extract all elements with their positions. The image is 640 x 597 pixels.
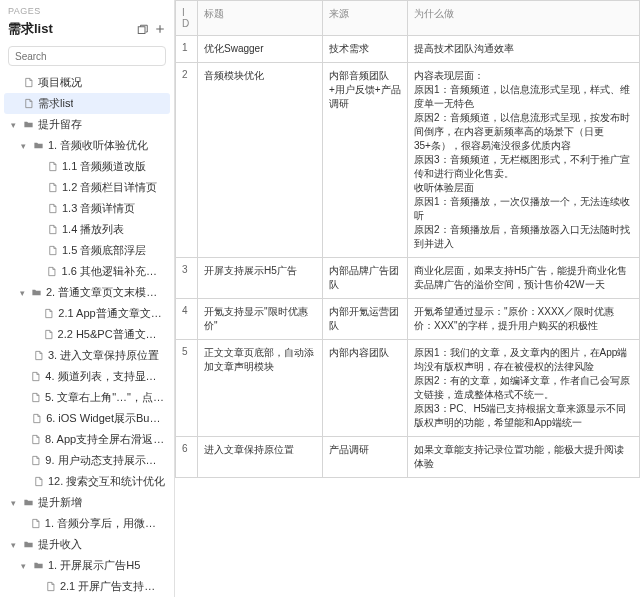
cell-id: 4 (176, 299, 198, 340)
requirements-table: ID标题来源为什么做 1优化Swagger技术需求提高技术团队沟通效率2音频模块… (175, 0, 640, 478)
tree-item-label: 2.2 H5&PC普通文章文末模块修改 (58, 327, 166, 342)
cell-why: 提高技术团队沟通效率 (408, 36, 640, 63)
tree-folder[interactable]: ▾1. 开屏展示广告H5 (4, 555, 170, 576)
cell-title: 音频模块优化 (198, 63, 323, 258)
table-row[interactable]: 5正文文章页底部，自动添加文章声明模块内部内容团队原因1：我们的文章，及文章内的… (176, 340, 640, 437)
chevron-down-icon[interactable]: ▾ (18, 561, 28, 571)
chevron-down-icon[interactable]: ▾ (18, 288, 27, 298)
cell-source: 内部开氪运营团队 (323, 299, 408, 340)
tree-folder[interactable]: ▾2. 普通文章页文末模块修改 (4, 282, 170, 303)
tree-item-label: 2.1 开屏广告支持嵌入h5 (60, 579, 166, 594)
tree-page[interactable]: 1.6 其他逻辑补充说明 (4, 261, 170, 282)
tree-item-label: 2. 普通文章页文末模块修改 (46, 285, 166, 300)
tree-page[interactable]: 3. 进入文章保持原位置 (4, 345, 170, 366)
table-row[interactable]: 3开屏支持展示H5广告内部品牌广告团队商业化层面，如果支持H5广告，能提升商业化… (176, 258, 640, 299)
document-icon (32, 476, 44, 488)
cell-why: 如果文章能支持记录位置功能，能极大提升阅读体验 (408, 437, 640, 478)
search-input-wrap[interactable] (8, 46, 166, 66)
document-icon (22, 77, 34, 89)
tree-page[interactable]: 8. App支持全屏右滑返回上一层 (4, 429, 170, 450)
cell-id: 6 (176, 437, 198, 478)
table-header: 来源 (323, 1, 408, 36)
tree-folder[interactable]: ▾提升新增 (4, 492, 170, 513)
tree-page[interactable]: 1. 音频分享后，用微信音频播放 (4, 513, 170, 534)
document-icon (30, 371, 41, 383)
share-icon[interactable] (136, 23, 148, 35)
search-input[interactable] (15, 51, 159, 62)
folder-icon (31, 287, 42, 299)
tree-item-label: 项目概况 (38, 75, 82, 90)
cell-id: 1 (176, 36, 198, 63)
chevron-down-icon[interactable]: ▾ (8, 498, 18, 508)
chevron-down-icon[interactable]: ▾ (18, 141, 28, 151)
cell-why: 内容表现层面： 原因1：音频频道，以信息流形式呈现，样式、维度单一无特色 原因2… (408, 63, 640, 258)
tree-item-label: 提升新增 (38, 495, 82, 510)
tree-item-label: 3. 进入文章保持原位置 (48, 348, 159, 363)
cell-id: 3 (176, 258, 198, 299)
document-icon (46, 224, 58, 236)
cell-why: 开氪希望通过显示："原价：XXXX／限时优惠价：XXX"的字样，提升用户购买的积… (408, 299, 640, 340)
document-icon (30, 455, 41, 467)
tree-page[interactable]: 6. iOS Widget展示Bug修复 (4, 408, 170, 429)
cell-source: 内部品牌广告团队 (323, 258, 408, 299)
add-icon[interactable] (154, 23, 166, 35)
folder-icon (32, 140, 44, 152)
tree-page[interactable]: 4. 频道列表，支持显示收藏数 (4, 366, 170, 387)
tree-page[interactable]: 9. 用户动态支持展示发布评论 (4, 450, 170, 471)
page-tree: 项目概况需求list▾提升留存▾1. 音频收听体验优化1.1 音频频道改版1.2… (0, 72, 174, 597)
tree-item-label: 4. 频道列表，支持显示收藏数 (45, 369, 166, 384)
folder-icon (32, 560, 44, 572)
document-icon (30, 434, 41, 446)
table-row[interactable]: 4开氪支持显示"限时优惠价"内部开氪运营团队开氪希望通过显示："原价：XXXX／… (176, 299, 640, 340)
tree-item-label: 提升留存 (38, 117, 82, 132)
tree-item-label: 1.4 播放列表 (62, 222, 124, 237)
document-icon (22, 98, 34, 110)
tree-item-label: 9. 用户动态支持展示发布评论 (45, 453, 166, 468)
tree-item-label: 6. iOS Widget展示Bug修复 (46, 411, 166, 426)
tree-item-label: 1.3 音频详情页 (62, 201, 135, 216)
tree-page[interactable]: 2.1 开屏广告支持嵌入h5 (4, 576, 170, 597)
tree-item-label: 8. App支持全屏右滑返回上一层 (45, 432, 166, 447)
tree-page[interactable]: 项目概况 (4, 72, 170, 93)
table-row[interactable]: 1优化Swagger技术需求提高技术团队沟通效率 (176, 36, 640, 63)
tree-folder[interactable]: ▾提升留存 (4, 114, 170, 135)
folder-icon (22, 119, 34, 131)
table-header: 为什么做 (408, 1, 640, 36)
cell-id: 2 (176, 63, 198, 258)
tree-page[interactable]: 5. 文章右上角"…"，点击后弹出 (4, 387, 170, 408)
tree-page[interactable]: 1.3 音频详情页 (4, 198, 170, 219)
cell-title: 开屏支持展示H5广告 (198, 258, 323, 299)
tree-item-label: 2.1 App普通文章文末模块修改 (58, 306, 166, 321)
svg-rect-0 (138, 27, 145, 34)
tree-page[interactable]: 2.2 H5&PC普通文章文末模块修改 (4, 324, 170, 345)
table-row[interactable]: 6进入文章保持原位置产品调研如果文章能支持记录位置功能，能极大提升阅读体验 (176, 437, 640, 478)
folder-icon (22, 497, 34, 509)
pages-section-label: PAGES (8, 6, 41, 16)
document-icon (43, 308, 54, 320)
cell-id: 5 (176, 340, 198, 437)
tree-page[interactable]: 1.4 播放列表 (4, 219, 170, 240)
tree-page[interactable]: 1.5 音频底部浮层 (4, 240, 170, 261)
cell-title: 开氪支持显示"限时优惠价" (198, 299, 323, 340)
table-row[interactable]: 2音频模块优化内部音频团队+用户反馈+产品调研内容表现层面： 原因1：音频频道，… (176, 63, 640, 258)
tree-item-label: 1. 音频分享后，用微信音频播放 (45, 516, 166, 531)
document-icon (30, 518, 41, 530)
tree-item-label: 1. 音频收听体验优化 (48, 138, 148, 153)
tree-page[interactable]: 2.1 App普通文章文末模块修改 (4, 303, 170, 324)
tree-page[interactable]: 12. 搜索交互和统计优化 (4, 471, 170, 492)
tree-page[interactable]: 1.1 音频频道改版 (4, 156, 170, 177)
page-title: 需求list (8, 20, 53, 38)
tree-item-label: 需求list (38, 96, 73, 111)
content-area: ID标题来源为什么做 1优化Swagger技术需求提高技术团队沟通效率2音频模块… (175, 0, 640, 597)
tree-item-label: 5. 文章右上角"…"，点击后弹出 (45, 390, 166, 405)
document-icon (31, 413, 42, 425)
cell-why: 原因1：我们的文章，及文章内的图片，在App端均没有版权声明，存在被侵权的法律风… (408, 340, 640, 437)
tree-page[interactable]: 需求list (4, 93, 170, 114)
chevron-down-icon[interactable]: ▾ (8, 120, 18, 130)
tree-folder[interactable]: ▾1. 音频收听体验优化 (4, 135, 170, 156)
tree-page[interactable]: 1.2 音频栏目详情页 (4, 177, 170, 198)
chevron-down-icon[interactable]: ▾ (8, 540, 18, 550)
tree-folder[interactable]: ▾提升收入 (4, 534, 170, 555)
document-icon (46, 161, 58, 173)
tree-item-label: 1.6 其他逻辑补充说明 (62, 264, 166, 279)
